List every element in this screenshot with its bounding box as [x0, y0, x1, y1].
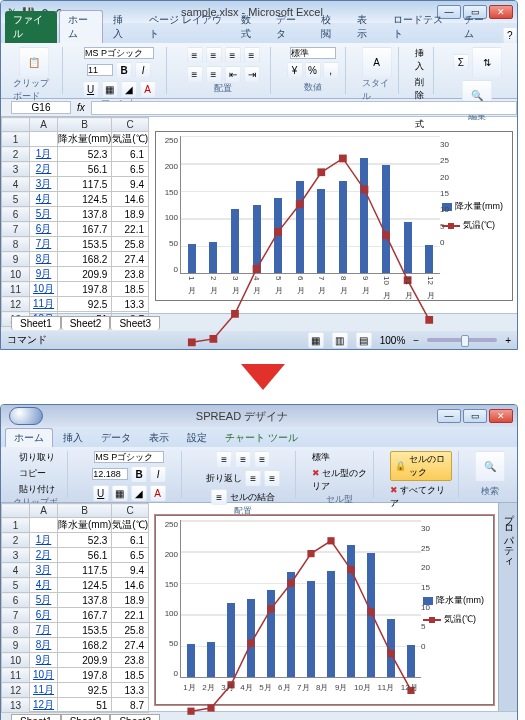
border-button[interactable]: ▦ — [112, 485, 128, 501]
row-header[interactable]: 3 — [2, 162, 30, 177]
sheet-tab-3[interactable]: Sheet3 — [110, 714, 160, 721]
currency-button[interactable]: ¥ — [287, 62, 303, 78]
cells-insert-button[interactable]: 挿入 — [415, 47, 427, 73]
row-header[interactable]: 12 — [2, 297, 30, 312]
row-header[interactable]: 6 — [2, 593, 30, 608]
fx-icon[interactable]: fx — [71, 102, 91, 113]
font-name-select[interactable] — [84, 47, 154, 59]
col-header[interactable]: A — [30, 118, 58, 132]
name-box[interactable] — [11, 101, 71, 114]
font-color-button[interactable]: A — [140, 81, 156, 97]
align-top-button[interactable]: ≡ — [187, 47, 203, 63]
lock-cell-button[interactable]: 🔒セルのロック — [390, 451, 452, 481]
find-button[interactable]: 🔍 — [475, 451, 505, 481]
align-top-button[interactable]: ≡ — [216, 451, 232, 467]
align-mid-button[interactable]: ≡ — [206, 47, 222, 63]
row-header[interactable]: 5 — [2, 192, 30, 207]
file-tab[interactable]: ファイル — [5, 11, 57, 43]
sheet-tab-2[interactable]: Sheet2 — [61, 714, 111, 721]
col-header[interactable]: C — [112, 118, 149, 132]
row-header[interactable]: 13 — [2, 698, 30, 713]
paste-button[interactable]: 📋 — [19, 47, 49, 77]
col-header[interactable]: C — [112, 504, 149, 518]
tab-formulas[interactable]: 数式 — [233, 11, 267, 43]
month-link[interactable]: 1月 — [36, 148, 52, 159]
month-link[interactable]: 6月 — [36, 609, 52, 620]
percent-button[interactable]: % — [305, 62, 321, 78]
month-link[interactable]: 8月 — [36, 253, 52, 264]
std-celltype-button[interactable]: 標準 — [312, 451, 330, 464]
minimize-button[interactable]: — — [437, 409, 461, 423]
number-format-select[interactable] — [290, 47, 336, 59]
spread-orb-button[interactable] — [9, 407, 43, 425]
close-button[interactable]: ✕ — [489, 409, 513, 423]
row-header[interactable]: 7 — [2, 608, 30, 623]
comma-button[interactable]: , — [323, 62, 339, 78]
tab-team[interactable]: チーム — [456, 11, 499, 43]
tab-view[interactable]: 表示 — [141, 429, 177, 447]
font-name-select[interactable] — [94, 451, 164, 463]
maximize-button[interactable]: ▭ — [463, 409, 487, 423]
tab-loadtest[interactable]: ロードテスト — [385, 11, 454, 43]
col-header[interactable]: B — [58, 118, 112, 132]
paste-button[interactable]: 貼り付け — [19, 483, 55, 496]
styles-button[interactable]: A — [362, 47, 392, 77]
month-link[interactable]: 10月 — [33, 669, 54, 680]
align-right-button[interactable]: ≡ — [206, 66, 222, 82]
italic-button[interactable]: I — [150, 466, 166, 482]
indent-dec-button[interactable]: ⇤ — [225, 66, 241, 82]
tab-review[interactable]: 校閲 — [313, 11, 347, 43]
underline-button[interactable]: U — [93, 485, 109, 501]
font-size-select[interactable] — [87, 64, 113, 76]
month-link[interactable]: 5月 — [36, 594, 52, 605]
row-header[interactable]: 10 — [2, 653, 30, 668]
sort-filter-button[interactable]: ⇅ — [472, 47, 502, 77]
row-header[interactable]: 8 — [2, 623, 30, 638]
cells-delete-button[interactable]: 削除 — [415, 76, 427, 102]
border-button[interactable]: ▦ — [102, 81, 118, 97]
month-link[interactable]: 3月 — [36, 178, 52, 189]
month-link[interactable]: 9月 — [36, 268, 52, 279]
indent-inc-button[interactable]: ⇥ — [244, 66, 260, 82]
month-link[interactable]: 4月 — [36, 193, 52, 204]
tab-home[interactable]: ホーム — [5, 428, 53, 447]
month-link[interactable]: 5月 — [36, 208, 52, 219]
align-center-button[interactable]: ≡ — [264, 470, 280, 486]
font-color-button[interactable]: A — [150, 485, 166, 501]
row-header[interactable]: 4 — [2, 563, 30, 578]
sheet-tab-1[interactable]: Sheet1 — [11, 316, 61, 330]
month-link[interactable]: 10月 — [33, 283, 54, 294]
month-link[interactable]: 12月 — [33, 699, 54, 710]
zoom-slider[interactable] — [427, 338, 497, 342]
month-link[interactable]: 4月 — [36, 579, 52, 590]
ribbon-help-icon[interactable]: ? — [503, 27, 517, 43]
zoom-in-button[interactable]: + — [505, 335, 511, 346]
tab-view[interactable]: 表示 — [349, 11, 383, 43]
tab-insert[interactable]: 挿入 — [55, 429, 91, 447]
month-link[interactable]: 11月 — [33, 684, 54, 695]
month-link[interactable]: 2月 — [36, 163, 52, 174]
wrap-button[interactable]: 折り返し — [206, 472, 242, 485]
row-header[interactable]: 3 — [2, 548, 30, 563]
sheet-tab-1[interactable]: Sheet1 — [11, 714, 61, 721]
row-header[interactable]: 11 — [2, 282, 30, 297]
row-header[interactable]: 10 — [2, 267, 30, 282]
month-link[interactable]: 11月 — [33, 298, 54, 309]
italic-button[interactable]: I — [135, 62, 151, 78]
row-header[interactable]: 12 — [2, 683, 30, 698]
align-left-button[interactable]: ≡ — [245, 470, 261, 486]
month-link[interactable]: 7月 — [36, 238, 52, 249]
align-left-button[interactable]: ≡ — [244, 47, 260, 63]
clear-all-button[interactable]: すべてクリア — [390, 484, 452, 510]
clear-celltype-button[interactable]: セル型のクリア — [312, 467, 367, 493]
row-header[interactable]: 2 — [2, 533, 30, 548]
row-header[interactable]: 5 — [2, 578, 30, 593]
merge-button[interactable]: セルの結合 — [230, 491, 275, 504]
copy-button[interactable]: コピー — [19, 467, 46, 480]
fill-color-button[interactable]: ◢ — [131, 485, 147, 501]
month-link[interactable]: 8月 — [36, 639, 52, 650]
row-header[interactable]: 4 — [2, 177, 30, 192]
tab-settings[interactable]: 設定 — [179, 429, 215, 447]
properties-sidebar[interactable]: プロパティ — [498, 503, 517, 711]
row-header[interactable]: 1 — [2, 518, 30, 533]
